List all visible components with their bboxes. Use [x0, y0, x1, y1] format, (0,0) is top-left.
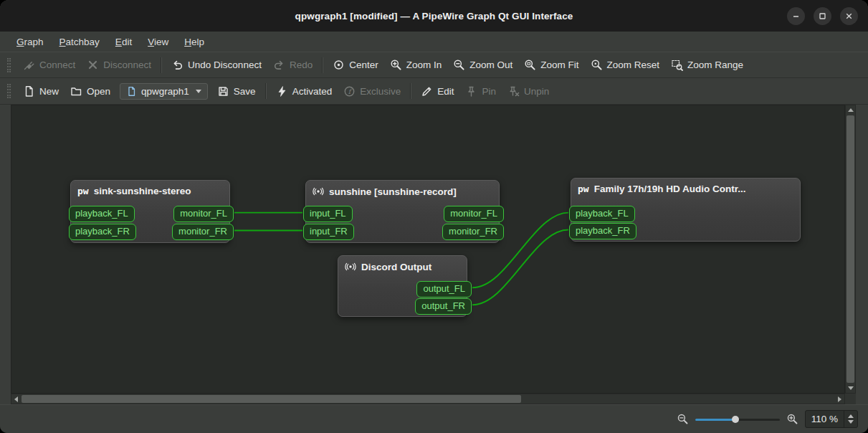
redo-button[interactable]: Redo — [267, 55, 318, 75]
menu-patchbay[interactable]: Patchbay — [52, 34, 108, 49]
center-icon — [333, 59, 345, 71]
scroll-left-icon[interactable] — [14, 396, 18, 402]
zoom-slider-thumb[interactable] — [732, 416, 739, 423]
disconnect-button[interactable]: Disconnect — [81, 55, 157, 75]
menu-edit-mnemonic: E — [115, 37, 122, 47]
menu-help-label: elp — [191, 37, 204, 47]
port-sink-monitor-fl[interactable]: monitor_FL — [173, 206, 234, 222]
node-sunshine[interactable]: sunshine [sunshine-record] input_FL inpu… — [305, 180, 500, 243]
scroll-right-icon[interactable] — [838, 396, 841, 402]
pin-icon — [465, 85, 477, 97]
audio-app-icon — [345, 261, 356, 272]
port-family-playback-fl[interactable]: playback_FL — [569, 206, 635, 222]
port-sink-playback-fl[interactable]: playback_FL — [69, 206, 135, 222]
maximize-button[interactable] — [814, 7, 831, 25]
zoom-spin-buttons — [844, 411, 857, 427]
save-button[interactable]: Save — [211, 82, 262, 101]
exclusive-label: Exclusive — [360, 86, 401, 97]
open-button[interactable]: Open — [65, 82, 116, 101]
edit-button[interactable]: Edit — [415, 82, 459, 101]
horizontal-scrollbar[interactable] — [11, 394, 845, 404]
node-discord-output[interactable]: Discord Output output_FL output_FR — [338, 255, 467, 317]
menu-edit[interactable]: Edit — [108, 34, 140, 49]
zoom-in-mini-icon[interactable] — [786, 413, 798, 425]
menu-view[interactable]: View — [140, 34, 176, 49]
open-label: Open — [87, 86, 110, 97]
unpin-label: Unpin — [524, 86, 549, 97]
window-controls — [787, 0, 858, 32]
port-sunshine-input-fr[interactable]: input_FR — [303, 224, 354, 240]
zoom-slider[interactable] — [695, 413, 780, 426]
pin-button[interactable]: Pin — [459, 82, 502, 101]
toolbar-drag-handle[interactable] — [7, 58, 11, 72]
undo-disconnect-button[interactable]: Undo Disconnect — [166, 55, 267, 75]
spin-up-icon[interactable] — [848, 414, 854, 418]
menu-graph[interactable]: Graph — [9, 34, 52, 49]
port-family-playback-fr[interactable]: playback_FR — [569, 223, 636, 239]
graph-canvas[interactable]: pw sink-sunshine-stereo playback_FL play… — [11, 105, 845, 394]
zoom-fit-button[interactable]: Zoom Fit — [518, 55, 584, 75]
close-button[interactable] — [840, 7, 858, 25]
node-title: Discord Output — [361, 262, 431, 272]
menu-graph-mnemonic: G — [16, 37, 24, 47]
disconnect-label: Disconnect — [103, 60, 151, 70]
unpin-button[interactable]: Unpin — [502, 82, 555, 101]
zoom-reset-button[interactable]: Zoom Reset — [585, 55, 666, 75]
port-sink-monitor-fr[interactable]: monitor_FR — [172, 224, 234, 240]
port-sunshine-monitor-fr[interactable]: monitor_FR — [442, 224, 504, 240]
spin-down-icon[interactable] — [848, 420, 854, 424]
port-sunshine-monitor-fl[interactable]: monitor_FL — [444, 206, 504, 222]
toolbar-separator — [265, 83, 267, 99]
undo-icon — [171, 59, 183, 71]
zoom-out-label: Zoom Out — [469, 60, 512, 70]
port-discord-output-fl[interactable]: output_FL — [416, 281, 472, 298]
toolbar-separator — [322, 57, 323, 73]
exclusive-icon: f — [343, 85, 356, 97]
vertical-scrollbar[interactable] — [845, 105, 856, 394]
node-title: sunshine [sunshine-record] — [329, 186, 457, 197]
zoom-slider-fill — [695, 419, 736, 421]
svg-text:f: f — [348, 87, 353, 95]
pin-label: Pin — [482, 86, 496, 97]
zoom-out-button[interactable]: Zoom Out — [447, 55, 518, 75]
port-discord-output-fr[interactable]: output_FR — [415, 298, 472, 315]
connect-button[interactable]: Connect — [17, 55, 81, 75]
horizontal-scroll-thumb[interactable] — [22, 395, 521, 403]
scroll-up-icon[interactable] — [848, 108, 854, 112]
minimize-button[interactable] — [787, 7, 805, 25]
connect-label: Connect — [39, 60, 75, 70]
titlebar[interactable]: qpwgraph1 [modified] — A PipeWire Graph … — [0, 0, 868, 32]
zoom-spinbox[interactable]: 110 % — [805, 410, 858, 428]
new-button[interactable]: New — [17, 82, 65, 101]
node-sink-sunshine-stereo[interactable]: pw sink-sunshine-stereo playback_FL play… — [70, 180, 230, 243]
zoom-value[interactable]: 110 % — [806, 411, 844, 427]
patchbay-toolbar: New Open qpwgraph1 Save Activated f Excl… — [0, 78, 868, 105]
zoom-fit-icon — [524, 59, 536, 71]
center-button[interactable]: Center — [327, 55, 384, 75]
zoom-in-button[interactable]: Zoom In — [384, 55, 448, 75]
scroll-down-icon[interactable] — [848, 386, 854, 390]
redo-label: Redo — [290, 60, 313, 70]
open-folder-icon — [70, 85, 82, 97]
graph-toolbar: Connect Disconnect Undo Disconnect Redo … — [0, 52, 868, 78]
activated-button[interactable]: Activated — [270, 82, 338, 101]
node-header: Discord Output — [338, 256, 467, 272]
zoom-range-button[interactable]: Zoom Range — [665, 55, 749, 75]
patchbay-select[interactable]: qpwgraph1 — [120, 83, 208, 100]
menu-patchbay-label: atchbay — [66, 37, 100, 47]
node-family-audio-controller[interactable]: pw Family 17h/19h HD Audio Contr... play… — [571, 178, 801, 242]
vertical-scroll-thumb[interactable] — [846, 115, 854, 383]
save-label: Save — [234, 86, 256, 97]
zoom-range-label: Zoom Range — [687, 60, 743, 70]
toolbar-drag-handle[interactable] — [7, 84, 11, 98]
exclusive-button[interactable]: f Exclusive — [338, 82, 406, 101]
pipewire-icon: pw — [77, 186, 89, 196]
pipewire-icon: pw — [578, 184, 589, 194]
menu-help[interactable]: Help — [176, 34, 212, 49]
node-header: sunshine [sunshine-record] — [306, 181, 499, 197]
port-sunshine-input-fl[interactable]: input_FL — [303, 206, 353, 222]
node-title: sink-sunshine-stereo — [94, 186, 191, 196]
zoom-out-mini-icon[interactable] — [677, 413, 689, 425]
patchbay-select-value: qpwgraph1 — [141, 86, 189, 97]
port-sink-playback-fr[interactable]: playback_FR — [69, 224, 136, 240]
